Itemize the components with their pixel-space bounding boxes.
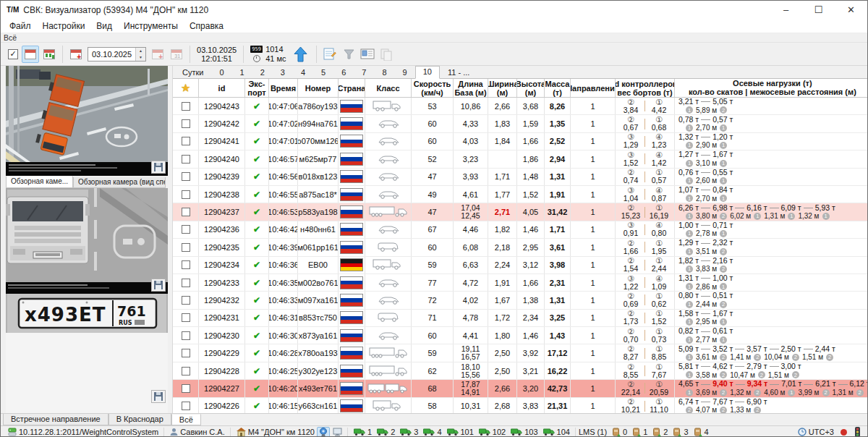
calendar-report-button[interactable] [41,46,58,63]
column-header-3[interactable]: Время [269,79,298,97]
table-row[interactable]: 12904243✔10:47:06а786оу1935310,862,663,6… [173,98,868,115]
row-checkbox[interactable] [182,313,190,322]
column-header-11[interactable]: Масса(т) [545,79,571,97]
row-checkbox[interactable] [182,296,190,305]
column-header-13[interactable]: id контроллероввес бортов (т) [616,79,675,97]
column-header-5[interactable]: Страна [339,79,365,97]
hour-tab-5[interactable]: 5 [313,67,333,78]
menu-item-Инструменты[interactable]: Инструменты [118,19,184,33]
column-header-10[interactable]: Высота(м) [517,79,545,97]
column-header-8[interactable]: ДлинаБаза (м) [454,79,488,97]
hour-tab-7[interactable]: 7 [354,67,374,78]
column-header-4[interactable]: Номер [298,79,339,97]
hour-tab-10[interactable]: 10 [415,66,440,79]
column-header-14[interactable]: Осевые нагрузки (т)кол-во скатов | межос… [675,79,868,97]
select-checkbox[interactable]: ✓ [8,49,18,59]
monitor-icon[interactable] [333,428,342,436]
menu-item-Файл[interactable]: Файл [4,19,37,33]
camera-tab-front[interactable]: Обзорная камера (вид спереди; ... [73,177,166,188]
row-checkbox[interactable] [182,102,190,111]
close-button[interactable]: ✕ [835,1,867,19]
hour-tab-6[interactable]: 6 [333,67,354,78]
table-row[interactable]: 12904238✔10:46:55а875ас18*494,611,771,52… [173,186,868,203]
menu-item-Вид[interactable]: Вид [90,19,118,33]
direction-tab-Встречное направление[interactable]: Встречное направление [3,414,109,425]
row-checkbox[interactable] [182,402,190,410]
hour-tab-8[interactable]: 8 [374,67,394,78]
calendar-day-button[interactable] [22,46,39,63]
column-header-9[interactable]: Ширина(м) [488,79,517,97]
card-view-button[interactable] [359,46,376,63]
date-spinner[interactable]: ▲▼ [135,48,145,61]
hour-tab-2[interactable]: 2 [252,67,273,78]
save-image-button[interactable] [151,390,166,403]
camera-toggle[interactable] [317,427,330,437]
table-row[interactable]: 12904240✔10:46:57м625мр77523,231,862,941… [173,150,868,168]
row-checkbox[interactable] [182,208,190,216]
column-header-0[interactable]: ★ [173,79,199,97]
row-checkbox[interactable] [182,243,190,252]
row-checkbox[interactable] [182,349,190,357]
table-row[interactable]: 12904226✔10:46:15у663сн1615810,312,683,8… [173,398,868,413]
column-header-1[interactable]: id [199,79,245,97]
row-checkbox[interactable] [182,367,190,376]
mass-cell: 21,31 [545,398,571,413]
menu-item-Настройки[interactable]: Настройки [37,19,91,33]
table-row[interactable]: 12904231✔10:46:31в853тс750714,781,722,34… [173,310,868,327]
table-row[interactable]: 12904228✔10:46:25у302уе1236218,1015,562,… [173,362,868,380]
tire-count-icon: 1 [720,124,727,132]
row-checkbox[interactable] [182,331,190,340]
scroll-to-top-button[interactable] [294,46,307,62]
direction-tab-Всё[interactable]: Всё [171,414,201,425]
row-checkbox[interactable] [182,384,190,393]
hour-tab-1[interactable]: 1 [232,67,252,78]
table-row[interactable]: 12904235✔10:46:39м061рр161606,082,182,95… [173,239,868,256]
filter-button[interactable] [340,46,357,63]
hour-tab-Сутки[interactable]: Сутки [174,67,211,78]
direction-tab-В Краснодар[interactable]: В Краснодар [109,414,171,425]
row-checkbox[interactable] [182,225,190,234]
copy-button[interactable] [378,46,395,63]
save-image-button[interactable] [151,279,166,292]
calendar-prev-button[interactable] [149,46,166,63]
menu-item-Справка[interactable]: Справка [184,19,229,33]
column-header-7[interactable]: Скорость(км/ч) [412,79,454,97]
row-checkbox[interactable] [182,172,190,181]
save-image-button[interactable] [151,161,166,174]
hour-tab-4[interactable]: 4 [293,67,313,78]
axle-loads-line: 5,09 т3,52 т3,57 т2,50 т2,44 т [678,345,868,354]
table-row[interactable]: 12904233✔10:46:35м002во761774,721,911,66… [173,274,868,292]
row-checkbox[interactable] [182,137,190,145]
row-checkbox[interactable] [182,190,190,199]
camera-tab-overview[interactable]: Обзорная каме... [6,176,73,188]
table-row[interactable]: 12904234✔10:46:36ЕВ00596,632,243,123,981… [173,257,868,274]
hour-tab-11 - ...[interactable]: 11 - ... [440,67,477,78]
edit-list-button[interactable] [321,46,339,63]
table-row[interactable]: 12904230✔10:46:30х873уа161604,411,801,46… [173,327,868,344]
hour-tab-9[interactable]: 9 [395,67,415,78]
column-header-2[interactable]: Экс-порт [245,79,269,97]
svg-text:RUS: RUS [119,320,132,326]
row-checkbox[interactable] [182,260,190,269]
row-checkbox[interactable] [182,155,190,164]
table-row[interactable]: 12904229✔10:46:28х780оа1935919,1116,572,… [173,344,868,362]
hour-tab-0[interactable]: 0 [211,67,231,78]
row-checkbox[interactable] [182,279,190,287]
table-row[interactable]: 12904227✔10:46:20х493ет7616817,8714,912,… [173,380,868,397]
column-header-12[interactable]: Направление [571,79,616,97]
table-row[interactable]: 12904237✔10:46:53р583уа1984717,0412,452,… [173,203,868,221]
hour-tab-3[interactable]: 3 [273,67,293,78]
table-row[interactable]: 12904236✔10:46:42н480нн61674,461,821,461… [173,221,868,239]
table-row[interactable]: 12904232✔10:46:33м097ха161724,021,671,38… [173,292,868,309]
table-row[interactable]: 12904242✔10:47:02н994на761604,331,831,59… [173,115,868,132]
calendar-select-button[interactable] [67,46,85,63]
length-cell: 10,86 [454,98,488,114]
column-header-6[interactable]: Класс [365,79,412,97]
maximize-button[interactable]: ☐ [802,1,835,19]
date-field[interactable]: 03.10.2025 ▲▼ [88,47,146,61]
minimize-button[interactable]: – [770,1,802,19]
row-checkbox[interactable] [182,119,190,128]
table-row[interactable]: 12904239✔10:46:56в018хв123473,931,711,48… [173,169,868,186]
table-row[interactable]: 12904241✔10:47:01о070мм126604,031,841,66… [173,133,868,150]
calendar-month-button[interactable] [168,46,185,63]
